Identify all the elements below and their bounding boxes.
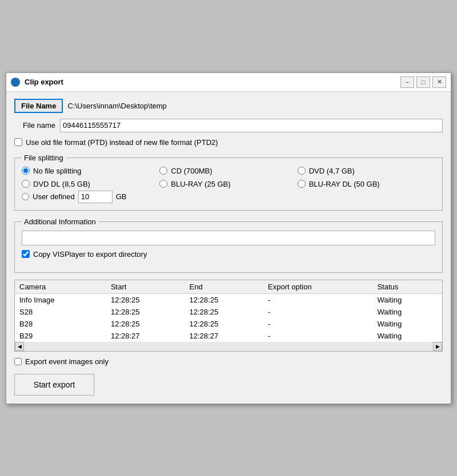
scroll-right-arrow[interactable]: ▶: [433, 342, 442, 351]
radio-item-dvd: DVD (4,7 GB): [298, 167, 435, 175]
table-row: B2812:28:2512:28:25-Waiting: [15, 318, 442, 330]
radio-dvd[interactable]: [298, 167, 306, 175]
user-defined-input[interactable]: [78, 191, 113, 203]
file-path-text: C:\Users\innam\Desktop\temp: [67, 102, 166, 110]
file-splitting-fieldset: File splitting No file splitting CD (700…: [14, 154, 443, 211]
table-body: Info Image12:28:2512:28:25-WaitingS2812:…: [15, 293, 442, 342]
user-defined-unit: GB: [116, 192, 127, 201]
window-controls: − □ ✕: [400, 76, 446, 88]
table-row: B2912:28:2712:28:27-Waiting: [15, 330, 442, 342]
radio-bluray-dl[interactable]: [298, 180, 306, 188]
radio-item-dvd-dl: DVD DL (8,5 GB): [22, 180, 159, 188]
scroll-left-arrow[interactable]: ◀: [15, 342, 24, 351]
title-bar: Clip export − □ ✕: [6, 73, 451, 92]
radio-cd[interactable]: [159, 167, 167, 175]
radio-item-bluray: BLU-RAY (25 GB): [159, 180, 297, 188]
table-header: Camera Start End Export option Status: [15, 280, 442, 294]
old-format-label: Use old file format (PTD) instead of new…: [26, 138, 218, 147]
radio-cd-label: CD (700MB): [171, 167, 212, 175]
cell-status: Waiting: [372, 306, 442, 318]
col-camera: Camera: [15, 280, 106, 294]
old-format-checkbox[interactable]: [14, 138, 22, 146]
camera-table-container: Camera Start End Export option Status In…: [14, 280, 443, 352]
copy-visplayer-checkbox[interactable]: [22, 250, 30, 258]
radio-bluray[interactable]: [159, 180, 167, 188]
col-export-option: Export option: [263, 280, 372, 294]
cell-status: Waiting: [372, 293, 442, 306]
export-event-images-checkbox[interactable]: [14, 358, 22, 365]
col-end: End: [185, 280, 264, 294]
start-export-button[interactable]: Start export: [14, 374, 94, 396]
copy-visplayer-label: Copy VISPlayer to export directory: [33, 250, 147, 259]
file-name-tab[interactable]: File Name: [14, 99, 63, 113]
file-splitting-legend: File splitting: [22, 154, 66, 162]
cell-start: 12:28:25: [106, 306, 185, 318]
radio-no-split-label: No file splitting: [33, 167, 82, 175]
file-name-input-row: File name: [14, 119, 443, 132]
radio-bluray-dl-label: BLU-RAY DL (50 GB): [309, 180, 380, 188]
radio-item-bluray-dl: BLU-RAY DL (50 GB): [298, 180, 435, 188]
file-name-label: File name: [14, 121, 60, 130]
cell-end: 12:28:25: [185, 293, 264, 306]
window-body: File Name C:\Users\innam\Desktop\temp Fi…: [6, 92, 451, 404]
radio-grid: No file splitting CD (700MB) DVD (4,7 GB…: [22, 167, 435, 188]
export-event-images-row: Export event images only: [14, 357, 443, 366]
old-format-checkbox-row: Use old file format (PTD) instead of new…: [14, 138, 443, 147]
horizontal-scrollbar: ◀ ▶: [15, 342, 442, 351]
additional-info-input[interactable]: [22, 231, 435, 245]
user-defined-row: User defined GB: [22, 191, 435, 203]
cell-status: Waiting: [372, 330, 442, 342]
radio-user-defined[interactable]: [22, 193, 29, 200]
cell-camera: B29: [15, 330, 106, 342]
radio-dvd-label: DVD (4,7 GB): [309, 167, 355, 175]
cell-start: 12:28:25: [106, 293, 185, 306]
radio-item-no-split: No file splitting: [22, 167, 159, 175]
cell-status: Waiting: [372, 318, 442, 330]
cell-camera: S28: [15, 306, 106, 318]
cell-camera: Info Image: [15, 293, 106, 306]
cell-start: 12:28:25: [106, 318, 185, 330]
radio-item-cd: CD (700MB): [159, 167, 297, 175]
copy-visplayer-row: Copy VISPlayer to export directory: [22, 250, 435, 259]
cell-export_option: -: [263, 330, 372, 342]
app-icon: [11, 78, 20, 87]
additional-info-legend: Additional Information: [22, 217, 98, 226]
file-name-input[interactable]: [60, 119, 443, 132]
radio-no-split[interactable]: [22, 167, 30, 175]
cell-end: 12:28:25: [185, 306, 264, 318]
col-status: Status: [372, 280, 442, 294]
maximize-button[interactable]: □: [416, 76, 430, 88]
additional-info-fieldset: Additional Information Copy VISPlayer to…: [14, 217, 443, 273]
clip-export-window: Clip export − □ ✕ File Name C:\Users\inn…: [6, 72, 451, 404]
col-start: Start: [106, 280, 185, 294]
cell-export_option: -: [263, 306, 372, 318]
radio-dvd-dl[interactable]: [22, 180, 30, 188]
close-button[interactable]: ✕: [432, 76, 446, 88]
export-event-images-label: Export event images only: [25, 357, 109, 366]
radio-bluray-label: BLU-RAY (25 GB): [171, 180, 230, 188]
table-row: Info Image12:28:2512:28:25-Waiting: [15, 293, 442, 306]
user-defined-label: User defined: [33, 192, 75, 201]
window-title: Clip export: [25, 78, 400, 86]
cell-end: 12:28:27: [185, 330, 264, 342]
camera-table: Camera Start End Export option Status In…: [15, 280, 442, 342]
cell-camera: B28: [15, 318, 106, 330]
table-row: S2812:28:2512:28:25-Waiting: [15, 306, 442, 318]
cell-export_option: -: [263, 293, 372, 306]
cell-export_option: -: [263, 318, 372, 330]
cell-end: 12:28:25: [185, 318, 264, 330]
minimize-button[interactable]: −: [400, 76, 414, 88]
radio-dvd-dl-label: DVD DL (8,5 GB): [33, 180, 90, 188]
cell-start: 12:28:27: [106, 330, 185, 342]
file-name-row: File Name C:\Users\innam\Desktop\temp: [14, 99, 443, 113]
scroll-track[interactable]: [24, 342, 433, 351]
